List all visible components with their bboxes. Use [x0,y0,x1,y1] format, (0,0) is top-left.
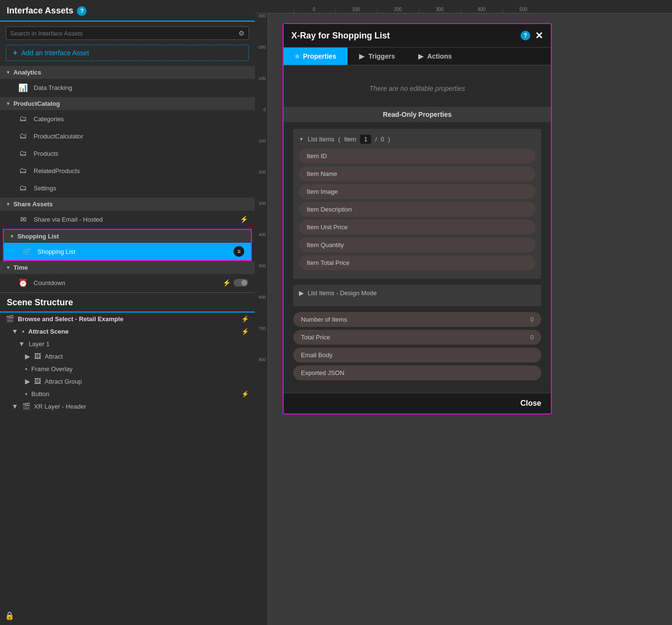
v-ruler-mark-300: 300 [257,201,266,232]
email-body-label: Email Body [301,351,333,359]
item-shopping-list[interactable]: 🛒 Shopping List ≡ [4,243,251,260]
xray-close-button[interactable]: ✕ [535,30,543,41]
scene-item-frame-overlay[interactable]: ▪ Frame Overlay [0,362,255,375]
shopping-list-circle-icon: ≡ [234,246,244,257]
button-label: Button [31,390,237,398]
scene-item-xr-layer-header[interactable]: ▼ 🎬 XR Layer - Header [0,400,255,412]
scene-item-browse-select[interactable]: 🎬 Browse and Select - Retail Example ⚡ [0,312,255,325]
browse-select-label: Browse and Select - Retail Example [18,315,237,323]
add-asset-label: Add an Interface Asset [21,49,89,57]
list-items-paren-open: ( [338,136,340,143]
product-catalog-arrow-icon: ▼ [6,101,11,106]
design-mode-arrow-icon: ▶ [299,289,304,297]
item-share-via-email[interactable]: ✉ Share via Email - Hosted ⚡ [0,211,255,228]
item-products[interactable]: 🗂 Products [0,145,255,162]
ruler-mark-400: 400 [460,7,502,12]
xray-header: X-Ray for Shopping List ? ✕ [284,24,551,48]
item-related-products[interactable]: 🗂 RelatedProducts [0,162,255,179]
interface-assets-title: Interface Assets [7,6,73,16]
item-unit-price-label: Item Unit Price [307,224,348,231]
scene-item-attract[interactable]: ▶ 🖼 Attract [0,350,255,362]
related-products-label: RelatedProducts [34,167,248,175]
search-input[interactable] [10,30,235,37]
item-total-price-label: Item Total Price [307,259,349,266]
right-panel: 0 100 200 300 400 500 -300 -200 -100 0 1… [255,0,672,625]
xray-help-badge[interactable]: ? [521,31,530,40]
list-items-paren-close: ) [388,136,390,143]
item-name-label: Item Name [307,170,337,177]
xray-close-footer-button[interactable]: Close [520,399,541,408]
list-items-separator: / [375,136,377,143]
gear-icon[interactable]: ⚙ [238,29,245,37]
v-ruler-marks: -300 -200 -100 0 100 200 300 400 500 600… [257,13,266,388]
category-analytics-header[interactable]: ▼ Analytics [0,66,255,79]
design-mode-label: List Items - Design Mode [308,289,377,297]
prop-email-body: Email Body [293,348,541,362]
v-ruler-mark-700: 700 [257,326,266,357]
v-ruler-mark-500: 500 [257,263,266,295]
canvas-area: X-Ray for Shopping List ? ✕ ≡ Properties… [268,13,672,625]
item-data-tracking[interactable]: 📊 Data Tracking [0,79,255,96]
total-price-value: 0 [530,334,534,341]
category-time-header[interactable]: ▼ Time [0,261,255,274]
list-items-total: 0 [381,136,384,143]
related-products-icon: 🗂 [17,165,29,176]
scene-item-button[interactable]: ▪ Button ⚡ [0,388,255,400]
read-only-properties-header: Read-Only Properties [284,107,551,122]
v-ruler-mark-200: 200 [257,170,266,201]
v-ruler-mark--300: -300 [257,13,266,45]
prop-item-description: Item Description [299,202,535,217]
ruler-mark-0: 0 [293,7,335,12]
ruler-mark-200: 200 [377,7,419,12]
xray-tabs: ≡ Properties ▶ Triggers ▶ Actions [284,48,551,65]
lock-icon: 🔒 [5,611,14,620]
tab-properties[interactable]: ≡ Properties [284,48,348,65]
scene-item-attract-group[interactable]: ▶ 🖼 Attract Group [0,375,255,388]
scene-structure-header: Scene Structure [0,293,255,312]
item-countdown[interactable]: ⏰ Countdown ⚡ [0,274,255,291]
prop-item-unit-price: Item Unit Price [299,220,535,235]
button-icon: ▪ [25,390,27,398]
xray-title: X-Ray for Shopping List [291,31,516,41]
category-product-catalog: ▼ ProductCatalog 🗂 Categories 🗂 ProductC… [0,97,255,197]
xr-layer-icon: 🎬 [22,402,30,410]
plus-icon: + [13,49,17,57]
data-tracking-icon: 📊 [17,82,29,93]
vertical-ruler: -300 -200 -100 0 100 200 300 400 500 600… [255,13,268,625]
button-lightning-icon: ⚡ [241,390,249,398]
left-panel: Interface Assets ? ⚙ + Add an Interface … [0,0,255,625]
item-id-label: Item ID [307,152,327,160]
tab-actions[interactable]: ▶ Actions [407,48,463,65]
shopping-list-icon: 🛒 [21,246,33,257]
prop-number-of-items: Number of Items 0 [293,312,541,327]
list-items-item-word: Item [344,136,356,143]
product-calculator-icon: 🗂 [17,130,29,142]
v-ruler-mark-600: 600 [257,295,266,326]
countdown-toggle[interactable] [234,279,248,287]
shopping-list-category-label: Shopping List [17,233,59,240]
horizontal-ruler: 0 100 200 300 400 500 [255,0,672,13]
add-asset-button[interactable]: + Add an Interface Asset [6,45,249,61]
actions-tab-icon: ▶ [418,52,423,60]
share-assets-arrow-icon: ▼ [6,201,11,207]
attract-group-label: Attract Group [45,378,249,385]
product-catalog-label: ProductCatalog [13,100,60,107]
item-settings[interactable]: 🗂 Settings [0,179,255,197]
tab-triggers[interactable]: ▶ Triggers [348,48,406,65]
category-product-catalog-header[interactable]: ▼ ProductCatalog [0,97,255,110]
no-properties-message: There are no editable properties [293,75,541,107]
item-product-calculator[interactable]: 🗂 ProductCalculator [0,127,255,145]
scene-item-layer-1[interactable]: ▼ Layer 1 [0,338,255,350]
category-share-assets-header[interactable]: ▼ Share Assets [0,198,255,211]
browse-select-lightning-icon: ⚡ [241,315,249,323]
prop-item-quantity: Item Quantity [299,238,535,252]
scene-item-attract-scene[interactable]: ▼ ▪ Attract Scene ⚡ [0,325,255,338]
category-shopping-list-header[interactable]: ▼ Shopping List [4,230,251,243]
interface-assets-help-badge[interactable]: ? [77,6,87,16]
time-arrow-icon: ▼ [6,265,11,270]
triggers-tab-label: Triggers [368,52,395,60]
v-ruler-mark--100: -100 [257,76,266,107]
item-categories[interactable]: 🗂 Categories [0,110,255,127]
share-assets-label: Share Assets [13,200,53,208]
time-label: Time [13,264,28,271]
